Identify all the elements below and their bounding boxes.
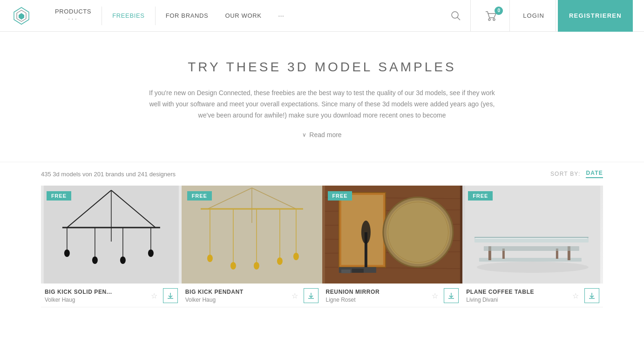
main-nav: PRODUCTS ··· FREEBIES FOR BRANDS OUR WOR… (47, 7, 441, 25)
login-button[interactable]: LOGIN (512, 0, 556, 32)
nav-for-brands[interactable]: FOR BRANDS (157, 12, 217, 19)
free-badge-1: FREE (47, 191, 71, 201)
register-button[interactable]: REGISTRIEREN (558, 0, 633, 32)
read-more-button[interactable]: ∨ Read more (302, 131, 341, 138)
product-info-1: BIG KICK SOLID PEN... Volker Haug ☆ (41, 284, 182, 307)
nav-divider-2 (155, 7, 156, 25)
nav-more[interactable]: ··· (270, 12, 293, 19)
svg-rect-54 (341, 270, 350, 273)
svg-point-5 (488, 19, 490, 21)
svg-point-19 (148, 249, 154, 257)
svg-point-52 (361, 221, 370, 244)
svg-point-18 (120, 256, 126, 264)
product-brand-4: Living Divani (466, 297, 572, 303)
read-more-label: Read more (309, 131, 341, 138)
product-card-4[interactable]: FREE (462, 186, 603, 307)
product-text-2: BIG KICK PENDANT Volker Haug (185, 289, 291, 303)
svg-point-34 (254, 262, 259, 270)
sort-date[interactable]: DATE (586, 170, 603, 178)
result-count: 435 3d models von 201 brands und 241 des… (41, 171, 176, 178)
svg-point-3 (452, 12, 458, 18)
logo[interactable] (11, 6, 32, 26)
chevron-down-icon: ∨ (302, 131, 306, 138)
free-badge-2: FREE (187, 191, 212, 201)
search-icon (451, 11, 461, 21)
product-card-2[interactable]: FREE (182, 186, 322, 307)
product-name-3: REUNION MIRROR (326, 289, 432, 295)
download-button-2[interactable] (304, 288, 319, 303)
product-image-3: FREE (322, 186, 463, 284)
product-info-4: PLANE COFFEE TABLE Living Divani ☆ (462, 284, 603, 307)
svg-point-36 (293, 253, 299, 260)
product-name-2: BIG KICK PENDANT (185, 289, 291, 295)
hero-description: If you're new on Design Connected, these… (145, 88, 499, 121)
download-icon-1 (167, 292, 174, 299)
nav-our-work[interactable]: OUR WORK (217, 12, 270, 19)
star-button-2[interactable]: ☆ (291, 291, 298, 300)
nav-divider-1 (102, 7, 102, 25)
svg-point-6 (493, 19, 495, 21)
product-text-1: BIG KICK SOLID PEN... Volker Haug (45, 289, 151, 303)
sort-by: SORT BY: DATE (550, 170, 603, 178)
product-image-4: FREE (462, 186, 603, 284)
svg-rect-66 (484, 246, 579, 251)
cart-count: 0 (495, 7, 503, 15)
svg-marker-2 (19, 13, 24, 20)
header: PRODUCTS ··· FREEBIES FOR BRANDS OUR WOR… (0, 0, 644, 32)
star-button-4[interactable]: ☆ (572, 291, 579, 300)
product-card-1[interactable]: FREE (41, 186, 182, 307)
filter-bar: 435 3d models von 201 brands und 241 des… (0, 162, 644, 186)
product-brand-2: Volker Haug (185, 297, 291, 303)
download-icon-2 (308, 292, 314, 299)
cart-button[interactable]: 0 (473, 0, 510, 32)
product-actions-4: ☆ (572, 288, 599, 303)
svg-point-35 (277, 257, 283, 265)
main-content: TRY THESE 3D MODEL SAMPLES If you're new… (0, 32, 644, 307)
product-text-3: REUNION MIRROR Ligne Roset (326, 289, 432, 303)
hero-title: TRY THESE 3D MODEL SAMPLES (93, 60, 551, 75)
hero-section: TRY THESE 3D MODEL SAMPLES If you're new… (0, 32, 644, 152)
download-button-3[interactable] (444, 288, 459, 303)
product-brand-3: Ligne Roset (326, 297, 432, 303)
svg-rect-68 (475, 237, 589, 238)
svg-point-32 (207, 255, 213, 262)
download-button-1[interactable] (163, 288, 178, 303)
free-badge-4: FREE (468, 191, 493, 201)
product-text-4: PLANE COFFEE TABLE Living Divani (466, 289, 572, 303)
product-info-3: REUNION MIRROR Ligne Roset ☆ (322, 284, 463, 307)
svg-point-49 (386, 201, 449, 264)
product-brand-1: Volker Haug (45, 297, 151, 303)
free-badge-3: FREE (328, 191, 353, 201)
product-grid: FREE (0, 186, 644, 307)
nav-freebies[interactable]: FREEBIES (104, 12, 153, 19)
svg-point-33 (230, 262, 236, 270)
product-name-1: BIG KICK SOLID PEN... (45, 289, 151, 295)
product-actions-3: ☆ (432, 288, 459, 303)
download-icon-3 (448, 292, 454, 299)
product-name-4: PLANE COFFEE TABLE (466, 289, 572, 295)
search-button[interactable] (441, 0, 471, 32)
svg-rect-55 (352, 269, 363, 273)
svg-point-17 (92, 256, 98, 264)
download-icon-4 (589, 292, 595, 299)
star-button-1[interactable]: ☆ (151, 291, 157, 300)
svg-rect-60 (479, 258, 582, 262)
download-button-4[interactable] (584, 288, 599, 303)
product-card-3[interactable]: FREE (322, 186, 463, 307)
product-image-1: FREE (41, 186, 182, 284)
product-image-2: FREE (182, 186, 322, 284)
star-button-3[interactable]: ☆ (432, 291, 438, 300)
sort-label: SORT BY: (550, 171, 581, 177)
header-right: 0 LOGIN REGISTRIEREN (441, 0, 633, 32)
nav-products[interactable]: PRODUCTS ··· (47, 8, 100, 23)
product-info-2: BIG KICK PENDANT Volker Haug ☆ (182, 284, 322, 307)
svg-line-4 (457, 17, 460, 20)
logo-icon (11, 6, 32, 26)
product-actions-1: ☆ (151, 288, 178, 303)
svg-point-59 (477, 262, 589, 273)
svg-point-16 (64, 249, 70, 257)
product-actions-2: ☆ (291, 288, 319, 303)
